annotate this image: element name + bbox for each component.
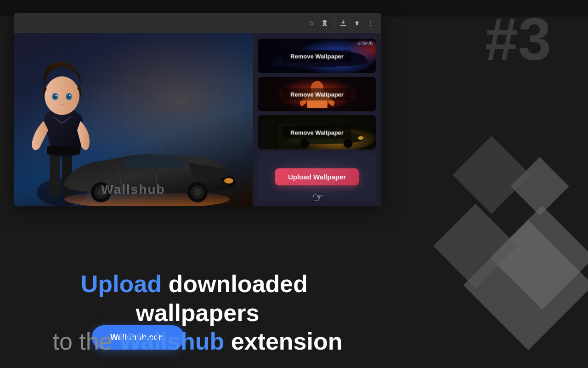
remove-wallpaper-1[interactable]: Remove Wallpaper [283,50,351,62]
item-deco-text: Billandy [357,41,373,46]
extensions-icon[interactable] [320,18,330,28]
geo-decoration [395,138,588,368]
step-number: #3 [485,9,551,69]
browser-window: ☆ ⋮ [14,13,381,206]
bottom-line-1: Upload downloaded wallpapers [18,270,377,327]
svg-point-6 [53,94,57,99]
svg-point-10 [69,95,71,97]
svg-point-7 [56,95,57,97]
extension-arrow-icon[interactable] [352,18,362,28]
bookmark-icon[interactable]: ☆ [306,18,317,28]
bottom-line-2: to the Wallshub extension [18,327,377,356]
wallpaper-item-2[interactable]: Remove Wallpaper [258,77,376,111]
upload-area: Upload Wallpaper ☞ [258,153,376,201]
geo-shape-1 [452,136,531,214]
to-the-text: to the [53,328,119,355]
wallpaper-preview: Wallshub [14,33,253,206]
svg-point-9 [67,94,71,99]
browser-content: Wallshub [14,33,381,206]
svg-point-4 [45,76,79,115]
bottom-section: Upload downloaded wallpapers to the Wall… [0,258,395,368]
wallshub-text: Wallshub [119,328,224,355]
svg-point-19 [194,189,201,196]
more-icon[interactable]: ⋮ [366,18,376,28]
svg-point-13 [224,178,233,184]
extension-text: extension [224,328,342,355]
remove-wallpaper-3[interactable]: Remove Wallpaper [283,126,351,138]
preview-logo: Wallshub [101,182,165,197]
browser-toolbar: ☆ ⋮ [14,13,381,33]
toolbar-divider [334,18,334,28]
wallpaper-item-1[interactable]: Billandy Remove Wallpaper [258,39,376,73]
remove-wallpaper-2[interactable]: Remove Wallpaper [283,88,351,100]
upload-word: Upload [81,270,169,297]
bottom-heading: Upload downloaded wallpapers to the Wall… [18,270,377,356]
wallpaper-item-3[interactable]: Remove Wallpaper [258,115,376,150]
extension-panel: Billandy Remove Wallpaper [253,33,381,206]
cursor-icon: ☞ [312,190,324,205]
download-icon[interactable] [338,18,348,28]
